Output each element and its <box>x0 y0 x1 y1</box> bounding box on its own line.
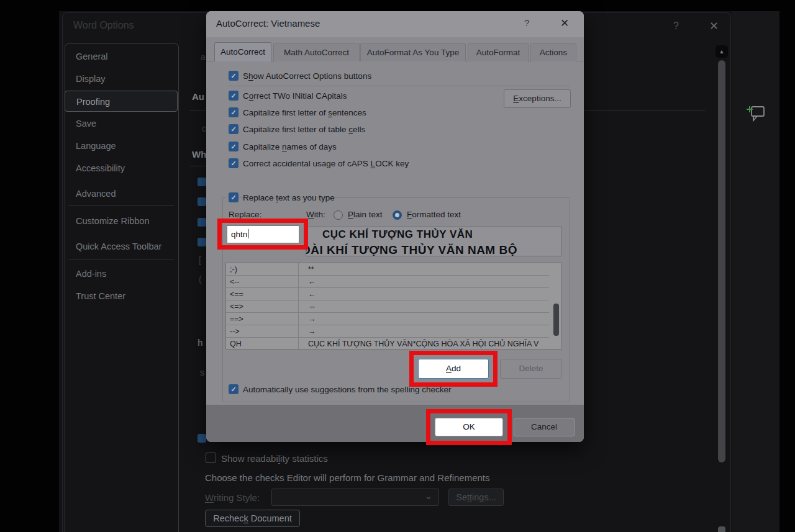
capitalize-table-cells-label: Capitalize first letter of table cells <box>243 125 365 134</box>
scrollbar-bottom-fragment <box>718 526 725 532</box>
new-comment-icon[interactable] <box>745 103 766 124</box>
bg-checkbox-fragment <box>198 238 206 246</box>
bg-heading-fragment: Au <box>192 91 204 102</box>
capitalize-days-label: Capitalize names of days <box>243 142 337 151</box>
table-row[interactable]: ;-)** <box>226 263 549 276</box>
editor-checks-label: Choose the checks Editor will perform fo… <box>205 472 490 483</box>
sidebar-divider <box>68 205 174 206</box>
sidebar-item-trust-center[interactable]: Trust Center <box>65 286 178 307</box>
bg-fragment: c <box>202 124 206 133</box>
formatted-text-radio[interactable] <box>393 210 402 220</box>
bg-checkbox-fragment <box>198 218 206 227</box>
with-label: With: <box>306 210 325 219</box>
table-row[interactable]: QHCỤC KHÍ TƯỢNG THỦY VĂN*CỘNG HÒA XÃ HỘI… <box>226 338 561 350</box>
spelling-suggestions-checkbox[interactable]: ✓ <box>229 384 238 394</box>
scrollbar-thumb[interactable] <box>718 60 725 462</box>
replace-as-you-type-checkbox[interactable]: ✓ <box>229 192 238 202</box>
settings-button[interactable]: Settings... <box>448 489 504 506</box>
sidebar-item-quick-access-toolbar[interactable]: Quick Access Toolbar <box>65 236 178 257</box>
sidebar-item-save[interactable]: Save <box>65 113 178 134</box>
sidebar-item-accessibility[interactable]: Accessibility <box>65 158 178 179</box>
show-readability-label: Show readability statistics <box>221 453 328 464</box>
capitalize-days-checkbox[interactable]: ✓ <box>229 142 238 151</box>
sidebar-item-display[interactable]: Display <box>65 68 178 89</box>
writing-style-label: Writing Style: <box>205 492 260 503</box>
table-scrollbar-thumb[interactable] <box>553 304 559 336</box>
caps-lock-label: Correct accidental usage of cAPS LOCK ke… <box>243 159 409 168</box>
section-divider <box>229 86 570 86</box>
replace-label: Replace: <box>229 210 261 219</box>
recheck-document-button[interactable]: Recheck Document <box>205 510 300 527</box>
tab-autocorrect[interactable]: AutoCorrect <box>214 42 271 61</box>
cancel-button[interactable]: Cancel <box>514 418 575 436</box>
autocorrect-title: AutoCorrect: Vietnamese <box>216 18 320 29</box>
table-row[interactable]: ==>→ <box>226 313 549 325</box>
add-button[interactable]: Add <box>418 359 489 379</box>
capitalize-sentences-label: Capitalize first letter of sentences <box>243 108 366 117</box>
show-options-buttons-checkbox[interactable]: ✓ <box>229 71 238 81</box>
bg-checkbox-fragment <box>198 178 206 186</box>
formatted-text-preview: CỤC KHÍ TƯỢNG THỦY VĂN ĐÀI KHÍ TƯỢNG THỦ… <box>306 227 562 256</box>
table-row[interactable]: <=>⇔ <box>226 300 549 313</box>
bg-fragment: s <box>200 367 204 377</box>
scrollbar-up-icon[interactable]: ▲ <box>716 45 728 58</box>
replacement-table[interactable]: ;-)** <--← <==← <=>⇔ ==>→ -->→ QHCỤC KHÍ… <box>225 263 562 349</box>
bg-checkbox-fragment <box>198 434 206 443</box>
sidebar-item-add-ins[interactable]: Add-ins <box>65 263 178 284</box>
writing-style-dropdown[interactable]: ⌄ <box>271 489 439 506</box>
bg-checkbox-fragment <box>198 197 206 206</box>
preview-line: ĐÀI KHÍ TƯỢNG THỦY VĂN NAM BỘ <box>306 243 517 256</box>
bg-fragment: [ <box>199 255 201 265</box>
sidebar-item-general[interactable]: General <box>65 46 178 67</box>
word-options-title: Word Options <box>73 20 134 31</box>
word-options-close-icon[interactable]: ✕ <box>709 19 719 33</box>
sidebar-item-proofing[interactable]: Proofing <box>65 91 178 112</box>
two-initial-capitals-label: Correct TWo INitial CApitals <box>243 91 347 101</box>
tab-autoformat-as-you-type[interactable]: AutoFormat As You Type <box>360 43 466 61</box>
plain-text-radio[interactable] <box>334 210 343 220</box>
tab-math-autocorrect[interactable]: Math AutoCorrect <box>273 43 360 61</box>
chevron-down-icon: ⌄ <box>424 490 432 502</box>
autocorrect-dialog: AutoCorrect: Vietnamese ? ✕ AutoCorrect … <box>206 11 584 442</box>
sidebar-item-advanced[interactable]: Advanced <box>65 183 178 204</box>
exceptions-button[interactable]: Exceptions... <box>504 89 571 108</box>
formatted-text-label: Formatted text <box>407 210 461 219</box>
two-initial-capitals-checkbox[interactable]: ✓ <box>229 91 238 101</box>
capitalize-table-cells-checkbox[interactable]: ✓ <box>229 124 238 134</box>
tab-autoformat[interactable]: AutoFormat <box>468 43 529 61</box>
table-row[interactable]: -->→ <box>226 325 549 338</box>
table-row[interactable]: <--← <box>226 276 549 288</box>
ok-button[interactable]: OK <box>435 418 503 436</box>
autocorrect-close-icon[interactable]: ✕ <box>560 17 569 30</box>
bg-fragment: h <box>198 338 203 348</box>
replace-input[interactable]: qhtn <box>227 225 299 243</box>
replace-as-you-type-label: Replace text as you type <box>243 193 335 202</box>
screen: Word Options ? ✕ General Display Proofin… <box>0 0 795 532</box>
capitalize-sentences-checkbox[interactable]: ✓ <box>229 107 238 117</box>
show-options-buttons-label: Show AutoCorrect Options buttons <box>243 71 371 81</box>
tab-actions[interactable]: Actions <box>530 43 576 61</box>
delete-button[interactable]: Delete <box>500 359 562 379</box>
table-row[interactable]: <==← <box>226 288 549 300</box>
spelling-suggestions-label: Automatically use suggestions from the s… <box>243 385 451 394</box>
show-readability-checkbox[interactable] <box>206 453 216 463</box>
document-strip <box>732 11 779 532</box>
bg-fragment: ( <box>199 274 202 284</box>
bg-fragment: a <box>201 52 206 62</box>
bg-heading-fragment: Wh <box>192 149 206 160</box>
autocorrect-help-icon[interactable]: ? <box>524 17 529 28</box>
preview-line: CỤC KHÍ TƯỢNG THỦY VĂN <box>322 228 473 241</box>
plain-text-label: Plain text <box>348 210 383 219</box>
text-caret <box>248 229 248 238</box>
caps-lock-checkbox[interactable]: ✓ <box>229 158 238 168</box>
sidebar-divider <box>68 259 174 259</box>
sidebar-item-language[interactable]: Language <box>65 135 178 156</box>
word-options-help-icon[interactable]: ? <box>673 20 679 32</box>
sidebar-item-customize-ribbon[interactable]: Customize Ribbon <box>65 210 178 232</box>
